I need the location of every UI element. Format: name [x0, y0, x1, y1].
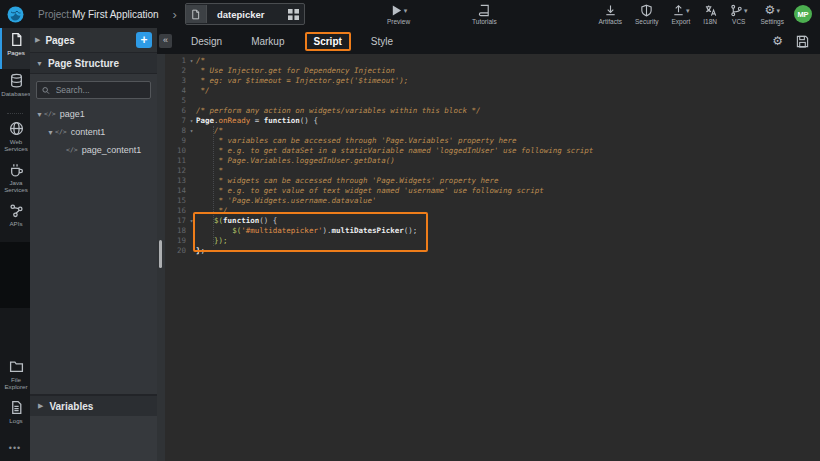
- code-line-9[interactable]: 9 * variables can be accessed through 'P…: [165, 136, 820, 146]
- code-text: * e.g. to get value of text widget named…: [196, 186, 820, 196]
- pages-panel-header[interactable]: ▶ Pages +: [30, 28, 157, 53]
- code-line-19[interactable]: 19 });: [165, 236, 820, 246]
- caret-down-icon[interactable]: ▼: [35, 111, 44, 118]
- tree-item-label: page1: [60, 109, 85, 119]
- line-number: 2: [165, 66, 187, 76]
- page-tab-datepicker[interactable]: datepicker: [185, 3, 305, 25]
- code-line-1[interactable]: 1▾/*: [165, 56, 820, 66]
- more-dots-icon[interactable]: •••: [0, 437, 30, 461]
- code-line-14[interactable]: 14 * e.g. to get value of text widget na…: [165, 186, 820, 196]
- fold-gutter: [187, 166, 196, 176]
- branch-icon: [730, 4, 743, 17]
- topbar-tool-settings[interactable]: ⚙▾Settings: [761, 4, 785, 25]
- code-text: * widgets can be accessed through 'Page.…: [196, 176, 820, 186]
- rail-divider: [7, 113, 23, 114]
- code-line-11[interactable]: 11 * Page.Variables.loggedInUser.getData…: [165, 156, 820, 166]
- add-page-button[interactable]: +: [136, 32, 152, 48]
- tab-markup[interactable]: Markup: [242, 32, 293, 51]
- line-number: 4: [165, 86, 187, 96]
- fold-gutter: [187, 136, 196, 146]
- line-number: 3: [165, 76, 187, 86]
- editor-settings-gear-icon[interactable]: ⚙: [772, 35, 783, 47]
- top-bar: Project:My First Application › datepicke…: [0, 0, 820, 28]
- rail-item-web-services[interactable]: Web Services: [0, 117, 30, 158]
- topbar-tool-security[interactable]: Security: [635, 4, 658, 25]
- tutorials-icon: [478, 4, 491, 17]
- chevron-down-icon: ▾: [686, 7, 690, 14]
- preview-button[interactable]: ▾ Preview: [387, 4, 410, 25]
- fold-arrow-icon[interactable]: ▾: [187, 126, 196, 136]
- tutorials-button[interactable]: Tutorials: [472, 4, 497, 25]
- wavemaker-logo[interactable]: [0, 0, 30, 28]
- code-line-5[interactable]: 5: [165, 96, 820, 106]
- topbar-tool-export[interactable]: ▾Export: [671, 4, 690, 25]
- code-text: * variables can be accessed through 'Pag…: [196, 136, 820, 146]
- caret-right-icon: ▶: [38, 402, 43, 410]
- code-line-20[interactable]: 20};: [165, 246, 820, 256]
- tab-style[interactable]: Style: [362, 32, 402, 51]
- page-structure-tree: ▼</>page1▼</>content1</>page_content1: [30, 105, 157, 395]
- code-line-3[interactable]: 3 * eg: var $timeout = Injector.get('$ti…: [165, 76, 820, 86]
- variables-header[interactable]: ▶ Variables: [30, 395, 157, 416]
- script-editor[interactable]: 1▾/*2 * Use Injector.get for Dependency …: [165, 54, 820, 461]
- scrollbar-thumb[interactable]: [159, 240, 162, 268]
- search-box[interactable]: [36, 81, 151, 99]
- rail-item-file-explorer[interactable]: File Explorer: [0, 355, 30, 396]
- fold-arrow-icon[interactable]: ▾: [187, 116, 196, 126]
- grid-menu-icon[interactable]: [283, 9, 304, 20]
- code-line-8[interactable]: 8▾ /*: [165, 126, 820, 136]
- rail-item-logs[interactable]: Logs: [0, 396, 30, 437]
- topbar-tool-i18n[interactable]: I18N: [703, 4, 717, 25]
- rail-dark-region: [0, 242, 30, 308]
- page-structure-header[interactable]: ▼ Page Structure: [30, 53, 157, 74]
- panel-scrollbar[interactable]: [157, 54, 165, 461]
- code-line-4[interactable]: 4 */: [165, 86, 820, 96]
- code-line-2[interactable]: 2 * Use Injector.get for Dependency Inje…: [165, 66, 820, 76]
- code-line-15[interactable]: 15 * 'Page.Widgets.username.datavalue': [165, 196, 820, 206]
- code-line-6[interactable]: 6/* perform any action on widgets/variab…: [165, 106, 820, 116]
- tree-item-content1[interactable]: ▼</>content1: [30, 123, 157, 141]
- fold-arrow-icon[interactable]: ▾: [187, 216, 196, 226]
- line-number: 6: [165, 106, 187, 116]
- i18n-icon: [704, 4, 717, 17]
- rail-item-apis[interactable]: APIs: [0, 199, 30, 240]
- tree-item-page1[interactable]: ▼</>page1: [30, 105, 157, 123]
- caret-down-icon[interactable]: ▼: [46, 129, 55, 136]
- code-line-12[interactable]: 12 *: [165, 166, 820, 176]
- line-number: 12: [165, 166, 187, 176]
- rail-item-java-services[interactable]: Java Services: [0, 158, 30, 199]
- rail-item-pages[interactable]: Pages: [0, 28, 30, 69]
- pages-panel: ▶ Pages + ▼ Page Structure ▼</>page1▼</>…: [30, 28, 158, 461]
- line-number: 17: [165, 216, 187, 226]
- code-lines: 1▾/*2 * Use Injector.get for Dependency …: [165, 54, 820, 256]
- code-line-13[interactable]: 13 * widgets can be accessed through 'Pa…: [165, 176, 820, 186]
- code-text: * 'Page.Widgets.username.datavalue': [196, 196, 820, 206]
- topbar-tool-vcs[interactable]: ▾VCS: [730, 4, 748, 25]
- rail-item-databases[interactable]: Databases: [0, 69, 30, 110]
- variables-title: Variables: [49, 401, 93, 412]
- save-icon[interactable]: [796, 35, 809, 48]
- line-number: 5: [165, 96, 187, 106]
- rail-item-label: APIs: [8, 220, 23, 227]
- line-number: 19: [165, 236, 187, 246]
- code-line-10[interactable]: 10 * e.g. to get dataSet in a staticVari…: [165, 146, 820, 156]
- code-line-16[interactable]: 16 */: [165, 206, 820, 216]
- tree-item-page_content1[interactable]: </>page_content1: [30, 141, 157, 159]
- fold-gutter: [187, 66, 196, 76]
- code-line-17[interactable]: 17▾ $(function() {: [165, 216, 820, 226]
- code-line-18[interactable]: 18 $('#multidatepicker').multiDatesPicke…: [165, 226, 820, 236]
- collapse-panel-button[interactable]: «: [159, 34, 172, 48]
- chevron-down-icon: ▾: [404, 7, 408, 14]
- shield-icon: [640, 4, 653, 17]
- code-line-7[interactable]: 7▾Page.onReady = function() {: [165, 116, 820, 126]
- tab-script[interactable]: Script: [305, 32, 351, 51]
- pages-panel-title: Pages: [45, 35, 136, 46]
- project-name[interactable]: My First Application: [72, 9, 159, 20]
- tree-item-label: page_content1: [82, 145, 142, 155]
- search-input[interactable]: [54, 84, 145, 96]
- page-file-icon[interactable]: [186, 5, 207, 23]
- fold-arrow-icon[interactable]: ▾: [187, 56, 196, 66]
- topbar-tool-artifacts[interactable]: Artifacts: [598, 4, 621, 25]
- tab-design[interactable]: Design: [182, 32, 231, 51]
- user-avatar[interactable]: MP: [794, 5, 812, 23]
